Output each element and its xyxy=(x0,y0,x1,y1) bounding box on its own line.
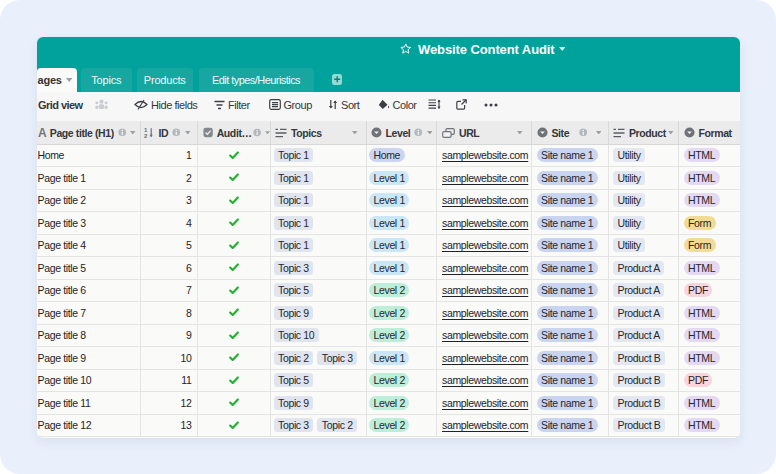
svg-text:2: 2 xyxy=(144,133,148,138)
